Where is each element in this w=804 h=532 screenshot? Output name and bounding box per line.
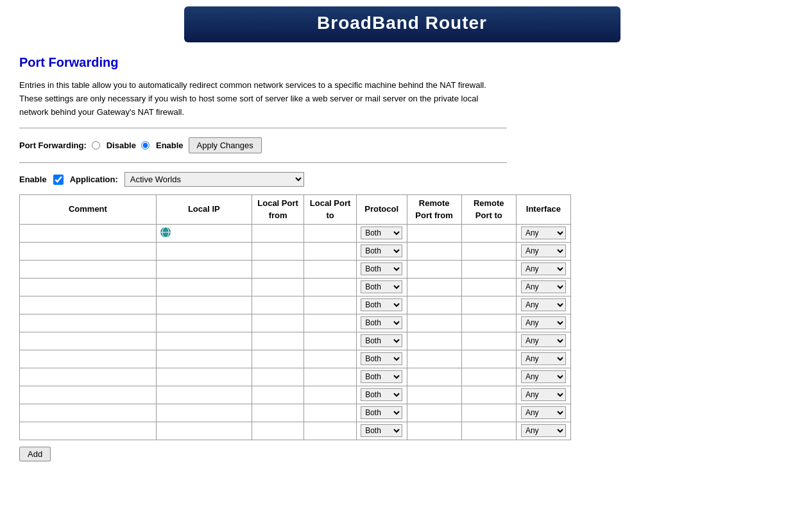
enable-checkbox[interactable] xyxy=(53,175,64,185)
local-port-from-input[interactable] xyxy=(255,336,301,346)
local-port-to-input[interactable] xyxy=(307,390,353,400)
local-ip-input[interactable] xyxy=(166,246,242,256)
remote-port-to-input[interactable] xyxy=(465,228,513,238)
local-ip-input[interactable] xyxy=(166,426,242,436)
comment-input[interactable] xyxy=(22,282,153,292)
protocol-select[interactable]: BothTCPUDP xyxy=(361,424,402,437)
interface-select[interactable]: AnyWANLAN xyxy=(521,388,566,401)
local-port-to-input[interactable] xyxy=(307,426,353,436)
local-port-from-input[interactable] xyxy=(255,318,301,328)
remote-port-from-input[interactable] xyxy=(410,426,459,436)
local-port-from-input[interactable] xyxy=(255,300,301,310)
local-port-from-input[interactable] xyxy=(255,426,301,436)
comment-input[interactable] xyxy=(22,264,153,274)
local-ip-input[interactable] xyxy=(166,282,242,292)
remote-port-to-input[interactable] xyxy=(465,300,513,310)
comment-input[interactable] xyxy=(22,390,153,400)
protocol-select[interactable]: BothTCPUDP xyxy=(361,388,402,401)
apply-changes-button[interactable]: Apply Changes xyxy=(189,137,262,153)
protocol-select[interactable]: BothTCPUDP xyxy=(361,406,402,419)
protocol-select[interactable]: BothTCPUDP xyxy=(361,227,402,239)
interface-select[interactable]: AnyWANLAN xyxy=(521,334,566,347)
local-ip-input[interactable] xyxy=(166,354,242,364)
protocol-select[interactable]: BothTCPUDP xyxy=(361,316,402,329)
local-port-from-input[interactable] xyxy=(255,372,301,382)
pf-disable-radio[interactable] xyxy=(92,141,100,150)
local-ip-input[interactable] xyxy=(166,408,242,418)
remote-port-from-input[interactable] xyxy=(410,264,459,274)
local-ip-input[interactable] xyxy=(166,336,242,346)
application-select[interactable]: Active Worlds AIM Talk DNS FTP HTTP HTTP… xyxy=(124,172,304,187)
local-port-to-input[interactable] xyxy=(307,228,353,238)
interface-select[interactable]: AnyWANLAN xyxy=(521,406,566,419)
remote-port-to-input[interactable] xyxy=(465,372,513,382)
local-port-to-input[interactable] xyxy=(307,246,353,256)
pf-disable-label[interactable]: Disable xyxy=(107,141,136,150)
local-ip-input[interactable] xyxy=(166,264,242,274)
remote-port-from-input[interactable] xyxy=(410,372,459,382)
local-port-to-input[interactable] xyxy=(307,354,353,364)
remote-port-to-input[interactable] xyxy=(465,282,513,292)
add-button[interactable]: Add xyxy=(19,447,51,461)
remote-port-to-input[interactable] xyxy=(465,318,513,328)
local-ip-input[interactable] xyxy=(166,300,242,310)
comment-input[interactable] xyxy=(22,228,153,238)
interface-select[interactable]: AnyWANLAN xyxy=(521,280,566,293)
local-ip-input[interactable] xyxy=(166,318,242,328)
local-port-to-input[interactable] xyxy=(307,264,353,274)
local-ip-input[interactable] xyxy=(166,372,242,382)
interface-select[interactable]: AnyWANLAN xyxy=(521,262,566,275)
remote-port-from-input[interactable] xyxy=(410,390,459,400)
protocol-select[interactable]: BothTCPUDP xyxy=(361,334,402,347)
interface-select[interactable]: AnyWANLAN xyxy=(521,316,566,329)
local-port-from-input[interactable] xyxy=(255,408,301,418)
remote-port-from-input[interactable] xyxy=(410,354,459,364)
remote-port-to-input[interactable] xyxy=(465,426,513,436)
remote-port-to-input[interactable] xyxy=(465,246,513,256)
protocol-select[interactable]: BothTCPUDP xyxy=(361,280,402,293)
remote-port-to-input[interactable] xyxy=(465,390,513,400)
remote-port-from-input[interactable] xyxy=(410,336,459,346)
protocol-select[interactable]: BothTCPUDP xyxy=(361,245,402,257)
local-port-to-input[interactable] xyxy=(307,336,353,346)
pf-enable-radio[interactable] xyxy=(141,141,150,150)
protocol-select[interactable]: BothTCPUDP xyxy=(361,298,402,311)
remote-port-from-input[interactable] xyxy=(410,300,459,310)
remote-port-to-input[interactable] xyxy=(465,264,513,274)
comment-input[interactable] xyxy=(22,246,153,256)
local-port-from-input[interactable] xyxy=(255,246,301,256)
comment-input[interactable] xyxy=(22,300,153,310)
remote-port-from-input[interactable] xyxy=(410,318,459,328)
protocol-select[interactable]: BothTCPUDP xyxy=(361,370,402,383)
local-ip-input[interactable] xyxy=(171,230,248,240)
comment-input[interactable] xyxy=(22,354,153,364)
remote-port-from-input[interactable] xyxy=(410,228,459,238)
pf-enable-label[interactable]: Enable xyxy=(156,141,184,150)
comment-input[interactable] xyxy=(22,336,153,346)
comment-input[interactable] xyxy=(22,318,153,328)
local-port-to-input[interactable] xyxy=(307,408,353,418)
comment-input[interactable] xyxy=(22,408,153,418)
protocol-select[interactable]: BothTCPUDP xyxy=(361,352,402,365)
remote-port-from-input[interactable] xyxy=(410,408,459,418)
remote-port-from-input[interactable] xyxy=(410,246,459,256)
interface-select[interactable]: AnyWANLAN xyxy=(521,245,566,257)
interface-select[interactable]: AnyWANLAN xyxy=(521,352,566,365)
local-port-from-input[interactable] xyxy=(255,390,301,400)
local-port-from-input[interactable] xyxy=(255,282,301,292)
local-port-from-input[interactable] xyxy=(255,354,301,364)
remote-port-to-input[interactable] xyxy=(465,408,513,418)
remote-port-from-input[interactable] xyxy=(410,282,459,292)
local-port-from-input[interactable] xyxy=(255,228,301,238)
local-port-to-input[interactable] xyxy=(307,300,353,310)
local-port-to-input[interactable] xyxy=(307,282,353,292)
protocol-select[interactable]: BothTCPUDP xyxy=(361,262,402,275)
comment-input[interactable] xyxy=(22,372,153,382)
local-port-from-input[interactable] xyxy=(255,264,301,274)
remote-port-to-input[interactable] xyxy=(465,336,513,346)
remote-port-to-input[interactable] xyxy=(465,354,513,364)
comment-input[interactable] xyxy=(22,426,153,436)
local-port-to-input[interactable] xyxy=(307,372,353,382)
interface-select[interactable]: AnyWANLAN xyxy=(521,424,566,437)
interface-select[interactable]: AnyWANLAN xyxy=(521,370,566,383)
